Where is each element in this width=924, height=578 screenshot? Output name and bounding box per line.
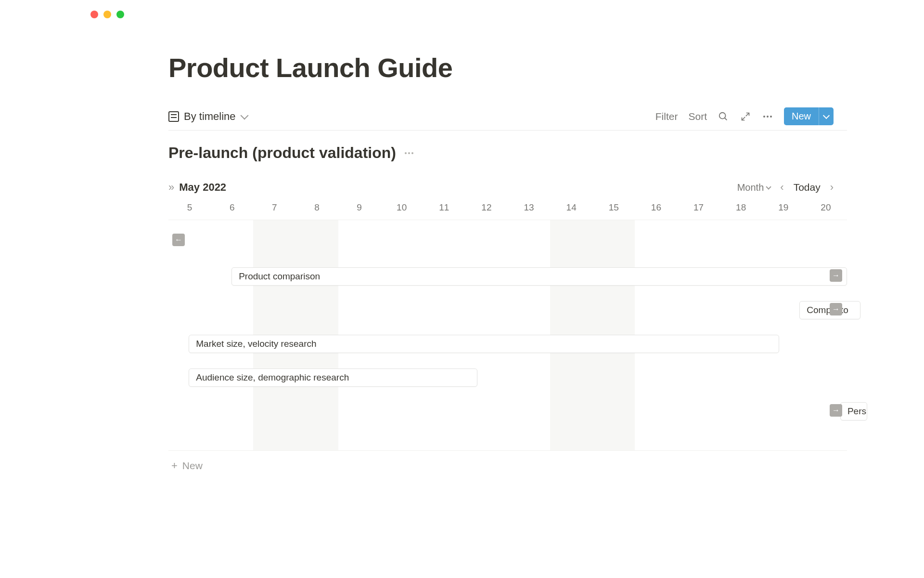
view-label: By timeline bbox=[184, 110, 236, 123]
svg-line-1 bbox=[725, 118, 727, 120]
timeline-body[interactable]: ← Product comparison → Competito → Marke… bbox=[168, 220, 847, 451]
timeline-task-bar[interactable]: Audience size, demographic research bbox=[189, 368, 477, 387]
add-new-label: New bbox=[182, 460, 203, 472]
filter-button[interactable]: Filter bbox=[655, 111, 678, 122]
timeline-scale-select[interactable]: Month bbox=[737, 182, 771, 193]
timeline-day-header: 567891011121314151617181920 bbox=[168, 202, 847, 220]
svg-line-2 bbox=[746, 113, 749, 116]
svg-line-3 bbox=[742, 117, 745, 120]
search-icon[interactable] bbox=[718, 111, 729, 122]
day-column-header: 8 bbox=[295, 202, 338, 220]
close-window-icon[interactable] bbox=[90, 11, 98, 18]
day-column-header: 18 bbox=[720, 202, 762, 220]
day-column-header: 12 bbox=[465, 202, 508, 220]
view-switcher[interactable]: By timeline bbox=[168, 110, 249, 123]
scroll-right-icon[interactable]: → bbox=[830, 269, 842, 282]
group-title[interactable]: Pre-launch (product validation) bbox=[168, 144, 396, 162]
minimize-window-icon[interactable] bbox=[103, 11, 111, 18]
add-new-row[interactable]: + New bbox=[168, 451, 847, 481]
day-column-header: 19 bbox=[762, 202, 805, 220]
new-button-dropdown[interactable] bbox=[819, 107, 834, 125]
more-options-icon[interactable] bbox=[762, 111, 773, 122]
chevron-down-icon bbox=[241, 112, 249, 121]
group-header: Pre-launch (product validation) bbox=[168, 144, 847, 162]
timeline: 567891011121314151617181920 ← Product co… bbox=[168, 202, 847, 481]
day-column-header: 11 bbox=[423, 202, 465, 220]
day-column-header: 10 bbox=[381, 202, 423, 220]
day-column-header: 6 bbox=[211, 202, 253, 220]
group-more-icon[interactable] bbox=[405, 152, 413, 154]
chevron-down-icon bbox=[823, 112, 830, 119]
day-column-header: 13 bbox=[508, 202, 550, 220]
day-column-header: 16 bbox=[635, 202, 677, 220]
svg-point-0 bbox=[719, 112, 726, 118]
day-column-header: 5 bbox=[168, 202, 211, 220]
day-column-header: 14 bbox=[550, 202, 592, 220]
scale-label: Month bbox=[737, 182, 764, 193]
day-column-header: 15 bbox=[592, 202, 635, 220]
day-column-header: 7 bbox=[253, 202, 295, 220]
timeline-controls: » May 2022 Month ‹ Today › bbox=[168, 181, 847, 194]
new-button[interactable]: New bbox=[784, 107, 819, 125]
plus-icon: + bbox=[171, 460, 178, 472]
page-title: Product Launch Guide bbox=[168, 52, 847, 83]
timeline-view-icon bbox=[168, 111, 179, 122]
scroll-right-icon[interactable]: → bbox=[830, 404, 842, 417]
maximize-window-icon[interactable] bbox=[116, 11, 124, 18]
new-button-group: New bbox=[784, 107, 834, 125]
today-button[interactable]: Today bbox=[794, 182, 821, 193]
expand-icon[interactable] bbox=[740, 111, 751, 122]
day-column-header: 20 bbox=[805, 202, 847, 220]
prev-period-button[interactable]: ‹ bbox=[780, 181, 783, 194]
database-toolbar: By timeline Filter Sort New bbox=[168, 107, 847, 131]
day-column-header: 9 bbox=[338, 202, 381, 220]
collapse-sidebar-icon[interactable]: » bbox=[168, 181, 172, 194]
timeline-task-bar[interactable]: Market size, velocity research bbox=[189, 335, 779, 353]
window-traffic-lights bbox=[77, 0, 847, 18]
day-column-header: 17 bbox=[678, 202, 720, 220]
timeline-task-bar[interactable]: Product comparison bbox=[231, 267, 847, 286]
chevron-down-icon bbox=[766, 184, 771, 189]
timeline-task-bar[interactable]: Pers bbox=[840, 402, 867, 420]
month-label: May 2022 bbox=[179, 181, 226, 194]
scroll-left-icon[interactable]: ← bbox=[172, 234, 185, 246]
scroll-right-icon[interactable]: → bbox=[830, 303, 842, 315]
next-period-button[interactable]: › bbox=[830, 181, 834, 194]
sort-button[interactable]: Sort bbox=[688, 111, 707, 122]
